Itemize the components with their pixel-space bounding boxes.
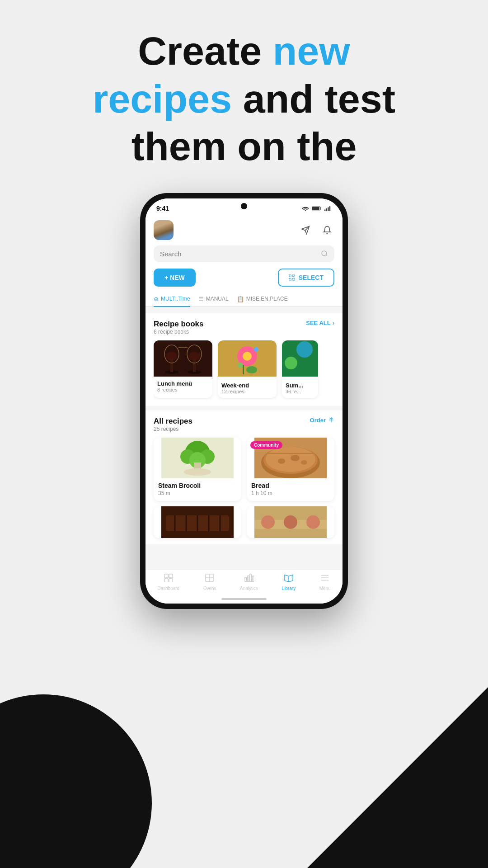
all-recipes-title-group: All recipes 25 recipes bbox=[154, 417, 192, 432]
recipe-card-time: 1 h 10 m bbox=[251, 490, 330, 496]
analytics-label: Analytics bbox=[240, 586, 258, 591]
svg-rect-13 bbox=[289, 278, 291, 280]
notification-button[interactable] bbox=[320, 223, 334, 237]
svg-rect-75 bbox=[252, 576, 254, 581]
avatar-image bbox=[154, 220, 174, 240]
dashboard-label: Dashboard bbox=[157, 586, 179, 591]
svg-point-29 bbox=[254, 347, 258, 352]
tab-manual[interactable]: ☰ MANUAL bbox=[198, 292, 229, 307]
select-label: SELECT bbox=[299, 274, 324, 281]
hero-section: Create new recipes and test them on the bbox=[0, 0, 488, 189]
hero-line3: them on the bbox=[131, 124, 357, 169]
recipe-card-info: Bread 1 h 10 m bbox=[247, 478, 334, 501]
svg-rect-6 bbox=[329, 206, 330, 211]
hero-blue-new: new bbox=[273, 28, 350, 73]
recipe-book-info: Lunch menù 8 recipes bbox=[154, 377, 212, 396]
recipe-books-title-group: Recipe books 6 recipe books bbox=[154, 320, 204, 335]
svg-rect-5 bbox=[328, 207, 328, 211]
all-recipes-subtitle: 25 recipes bbox=[154, 426, 192, 432]
svg-line-10 bbox=[326, 255, 327, 256]
svg-point-62 bbox=[261, 515, 275, 529]
recipe-books-subtitle: 6 recipe books bbox=[154, 329, 204, 335]
nav-item-dashboard[interactable]: Dashboard bbox=[157, 573, 179, 591]
svg-rect-73 bbox=[247, 576, 249, 581]
menu-label: Menu bbox=[319, 586, 331, 591]
phone-screen: 9:41 bbox=[145, 198, 343, 604]
send-button[interactable] bbox=[298, 223, 313, 237]
phone-container: 9:41 bbox=[0, 193, 488, 609]
order-sort-icon bbox=[328, 417, 334, 423]
recipe-book-info: Week-end 12 recipes bbox=[218, 378, 277, 398]
recipe-book-count: 8 recipes bbox=[157, 387, 209, 392]
recipe-book-info: Sum... 36 re... bbox=[282, 378, 318, 398]
hero-title: Create new recipes and test them on the bbox=[27, 27, 461, 170]
wifi-icon bbox=[302, 206, 309, 211]
select-icon bbox=[289, 274, 295, 281]
search-input[interactable] bbox=[160, 250, 317, 258]
hero-and-test: and test bbox=[243, 76, 395, 121]
svg-rect-4 bbox=[326, 208, 327, 211]
battery-icon bbox=[312, 206, 322, 211]
svg-point-48 bbox=[266, 447, 315, 472]
svg-point-44 bbox=[184, 468, 211, 476]
recipe-books-section: Recipe books 6 recipe books SEE ALL › bbox=[145, 313, 343, 406]
recipe-book-card[interactable]: Week-end 12 recipes bbox=[218, 340, 277, 398]
select-button[interactable]: SELECT bbox=[278, 269, 334, 287]
search-bar[interactable] bbox=[154, 245, 334, 262]
svg-point-33 bbox=[296, 341, 313, 358]
svg-point-0 bbox=[305, 210, 306, 211]
order-button[interactable]: Order bbox=[310, 417, 334, 424]
tab-mise[interactable]: 📋 MISE.EN.PLACE bbox=[237, 292, 288, 307]
recipe-books-title: Recipe books bbox=[154, 320, 204, 329]
recipe-card[interactable]: Community Bread 1 h 10 m bbox=[247, 438, 334, 501]
signal-icon bbox=[324, 206, 332, 211]
svg-point-23 bbox=[189, 352, 200, 361]
manual-tab-icon: ☰ bbox=[198, 296, 204, 302]
tab-multitime[interactable]: ⊕ MULTI.Time bbox=[154, 292, 190, 307]
svg-point-34 bbox=[285, 357, 297, 369]
see-all-label: SEE ALL bbox=[306, 320, 330, 326]
svg-rect-66 bbox=[169, 574, 173, 578]
svg-point-63 bbox=[284, 515, 297, 529]
recipe-card[interactable] bbox=[154, 506, 241, 538]
svg-point-9 bbox=[322, 251, 327, 256]
svg-point-50 bbox=[291, 455, 300, 461]
tab-multitime-label: MULTI.Time bbox=[161, 296, 190, 302]
new-button[interactable]: + NEW bbox=[154, 269, 196, 287]
recipe-book-image-wine bbox=[154, 340, 212, 377]
action-buttons: + NEW SELECT bbox=[145, 267, 343, 292]
nav-item-menu[interactable]: Menu bbox=[319, 573, 331, 591]
all-recipes-section: All recipes 25 recipes Order bbox=[145, 410, 343, 544]
app-content: + NEW SELECT ⊕ MU bbox=[145, 216, 343, 604]
phone-frame: 9:41 bbox=[140, 193, 348, 609]
home-indicator bbox=[145, 595, 343, 604]
recipe-card-image-bread: Community bbox=[247, 438, 334, 478]
analytics-icon bbox=[244, 573, 254, 585]
nav-item-ovens[interactable]: Ovens bbox=[203, 573, 216, 591]
nav-item-library[interactable]: Library bbox=[282, 573, 296, 591]
bottom-nav: Dashboard Ovens bbox=[145, 569, 343, 595]
svg-point-64 bbox=[306, 515, 320, 529]
recipe-card-time: 35 m bbox=[158, 490, 237, 496]
recipe-book-name: Lunch menù bbox=[157, 380, 209, 387]
ovens-label: Ovens bbox=[203, 586, 216, 591]
avatar[interactable] bbox=[154, 220, 174, 240]
dashboard-icon bbox=[164, 573, 174, 585]
ovens-icon bbox=[205, 573, 215, 585]
library-icon bbox=[284, 573, 294, 585]
recipe-card-name: Steam Brocoli bbox=[158, 482, 237, 489]
recipe-card[interactable] bbox=[247, 506, 334, 538]
tab-manual-label: MANUAL bbox=[206, 296, 229, 302]
recipe-book-card[interactable]: Sum... 36 re... bbox=[282, 340, 318, 398]
search-icon bbox=[321, 250, 328, 257]
recipe-book-card[interactable]: Lunch menù 8 recipes bbox=[154, 340, 212, 398]
status-icons bbox=[302, 206, 332, 211]
home-bar bbox=[221, 598, 267, 600]
recipe-card[interactable]: Steam Brocoli 35 m bbox=[154, 438, 241, 501]
community-badge: Community bbox=[250, 441, 282, 449]
recipe-book-count: 36 re... bbox=[286, 389, 314, 394]
recipes-grid: Steam Brocoli 35 m bbox=[154, 438, 334, 538]
nav-item-analytics[interactable]: Analytics bbox=[240, 573, 258, 591]
see-all-button[interactable]: SEE ALL › bbox=[306, 320, 334, 326]
recipe-card-image-meat bbox=[154, 506, 241, 538]
